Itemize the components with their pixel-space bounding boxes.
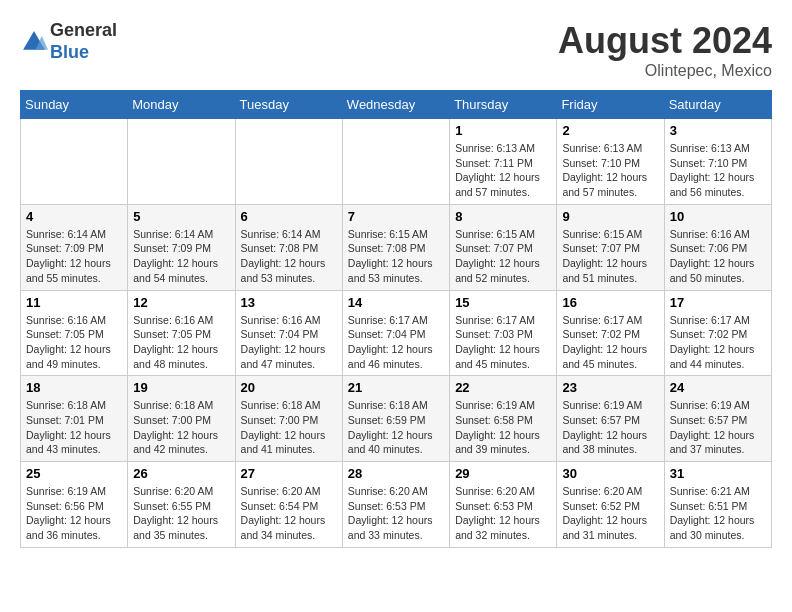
calendar-cell: 18Sunrise: 6:18 AM Sunset: 7:01 PM Dayli… bbox=[21, 376, 128, 462]
day-number: 22 bbox=[455, 380, 551, 395]
logo-general: General bbox=[50, 20, 117, 42]
calendar-cell: 14Sunrise: 6:17 AM Sunset: 7:04 PM Dayli… bbox=[342, 290, 449, 376]
calendar-week-row: 18Sunrise: 6:18 AM Sunset: 7:01 PM Dayli… bbox=[21, 376, 772, 462]
calendar-cell: 19Sunrise: 6:18 AM Sunset: 7:00 PM Dayli… bbox=[128, 376, 235, 462]
day-info: Sunrise: 6:20 AM Sunset: 6:53 PM Dayligh… bbox=[455, 484, 551, 543]
day-number: 18 bbox=[26, 380, 122, 395]
calendar-cell: 11Sunrise: 6:16 AM Sunset: 7:05 PM Dayli… bbox=[21, 290, 128, 376]
calendar-week-row: 1Sunrise: 6:13 AM Sunset: 7:11 PM Daylig… bbox=[21, 119, 772, 205]
day-number: 27 bbox=[241, 466, 337, 481]
day-info: Sunrise: 6:19 AM Sunset: 6:57 PM Dayligh… bbox=[670, 398, 766, 457]
day-number: 8 bbox=[455, 209, 551, 224]
calendar-cell: 26Sunrise: 6:20 AM Sunset: 6:55 PM Dayli… bbox=[128, 462, 235, 548]
weekday-header: Wednesday bbox=[342, 91, 449, 119]
day-info: Sunrise: 6:20 AM Sunset: 6:54 PM Dayligh… bbox=[241, 484, 337, 543]
day-info: Sunrise: 6:17 AM Sunset: 7:02 PM Dayligh… bbox=[670, 313, 766, 372]
day-number: 9 bbox=[562, 209, 658, 224]
weekday-header-row: SundayMondayTuesdayWednesdayThursdayFrid… bbox=[21, 91, 772, 119]
day-info: Sunrise: 6:19 AM Sunset: 6:56 PM Dayligh… bbox=[26, 484, 122, 543]
logo: General Blue bbox=[20, 20, 117, 63]
day-info: Sunrise: 6:13 AM Sunset: 7:11 PM Dayligh… bbox=[455, 141, 551, 200]
calendar-cell: 31Sunrise: 6:21 AM Sunset: 6:51 PM Dayli… bbox=[664, 462, 771, 548]
day-info: Sunrise: 6:16 AM Sunset: 7:05 PM Dayligh… bbox=[133, 313, 229, 372]
day-number: 24 bbox=[670, 380, 766, 395]
location: Olintepec, Mexico bbox=[558, 62, 772, 80]
calendar-cell: 27Sunrise: 6:20 AM Sunset: 6:54 PM Dayli… bbox=[235, 462, 342, 548]
day-info: Sunrise: 6:17 AM Sunset: 7:03 PM Dayligh… bbox=[455, 313, 551, 372]
day-info: Sunrise: 6:20 AM Sunset: 6:53 PM Dayligh… bbox=[348, 484, 444, 543]
day-info: Sunrise: 6:14 AM Sunset: 7:09 PM Dayligh… bbox=[133, 227, 229, 286]
calendar-cell: 8Sunrise: 6:15 AM Sunset: 7:07 PM Daylig… bbox=[450, 204, 557, 290]
day-number: 11 bbox=[26, 295, 122, 310]
calendar-cell: 29Sunrise: 6:20 AM Sunset: 6:53 PM Dayli… bbox=[450, 462, 557, 548]
calendar-cell: 20Sunrise: 6:18 AM Sunset: 7:00 PM Dayli… bbox=[235, 376, 342, 462]
logo-icon bbox=[20, 28, 48, 56]
calendar-cell: 4Sunrise: 6:14 AM Sunset: 7:09 PM Daylig… bbox=[21, 204, 128, 290]
day-info: Sunrise: 6:13 AM Sunset: 7:10 PM Dayligh… bbox=[670, 141, 766, 200]
day-info: Sunrise: 6:18 AM Sunset: 6:59 PM Dayligh… bbox=[348, 398, 444, 457]
weekday-header: Sunday bbox=[21, 91, 128, 119]
day-number: 23 bbox=[562, 380, 658, 395]
day-number: 12 bbox=[133, 295, 229, 310]
day-number: 7 bbox=[348, 209, 444, 224]
page-header: General Blue August 2024 Olintepec, Mexi… bbox=[20, 20, 772, 80]
calendar-cell: 28Sunrise: 6:20 AM Sunset: 6:53 PM Dayli… bbox=[342, 462, 449, 548]
weekday-header: Monday bbox=[128, 91, 235, 119]
weekday-header: Saturday bbox=[664, 91, 771, 119]
day-info: Sunrise: 6:20 AM Sunset: 6:52 PM Dayligh… bbox=[562, 484, 658, 543]
day-number: 3 bbox=[670, 123, 766, 138]
day-info: Sunrise: 6:13 AM Sunset: 7:10 PM Dayligh… bbox=[562, 141, 658, 200]
day-number: 2 bbox=[562, 123, 658, 138]
day-info: Sunrise: 6:14 AM Sunset: 7:09 PM Dayligh… bbox=[26, 227, 122, 286]
day-number: 14 bbox=[348, 295, 444, 310]
weekday-header: Thursday bbox=[450, 91, 557, 119]
calendar-week-row: 11Sunrise: 6:16 AM Sunset: 7:05 PM Dayli… bbox=[21, 290, 772, 376]
day-number: 13 bbox=[241, 295, 337, 310]
day-info: Sunrise: 6:16 AM Sunset: 7:04 PM Dayligh… bbox=[241, 313, 337, 372]
calendar-cell bbox=[128, 119, 235, 205]
day-info: Sunrise: 6:16 AM Sunset: 7:05 PM Dayligh… bbox=[26, 313, 122, 372]
day-number: 19 bbox=[133, 380, 229, 395]
calendar-cell: 5Sunrise: 6:14 AM Sunset: 7:09 PM Daylig… bbox=[128, 204, 235, 290]
calendar-cell: 24Sunrise: 6:19 AM Sunset: 6:57 PM Dayli… bbox=[664, 376, 771, 462]
month-year: August 2024 bbox=[558, 20, 772, 62]
calendar-cell: 12Sunrise: 6:16 AM Sunset: 7:05 PM Dayli… bbox=[128, 290, 235, 376]
calendar-cell: 17Sunrise: 6:17 AM Sunset: 7:02 PM Dayli… bbox=[664, 290, 771, 376]
weekday-header: Friday bbox=[557, 91, 664, 119]
day-number: 31 bbox=[670, 466, 766, 481]
calendar-cell: 16Sunrise: 6:17 AM Sunset: 7:02 PM Dayli… bbox=[557, 290, 664, 376]
calendar-cell: 23Sunrise: 6:19 AM Sunset: 6:57 PM Dayli… bbox=[557, 376, 664, 462]
calendar-cell: 22Sunrise: 6:19 AM Sunset: 6:58 PM Dayli… bbox=[450, 376, 557, 462]
day-info: Sunrise: 6:19 AM Sunset: 6:57 PM Dayligh… bbox=[562, 398, 658, 457]
day-info: Sunrise: 6:18 AM Sunset: 7:01 PM Dayligh… bbox=[26, 398, 122, 457]
day-number: 15 bbox=[455, 295, 551, 310]
day-number: 5 bbox=[133, 209, 229, 224]
day-number: 30 bbox=[562, 466, 658, 481]
calendar-week-row: 4Sunrise: 6:14 AM Sunset: 7:09 PM Daylig… bbox=[21, 204, 772, 290]
weekday-header: Tuesday bbox=[235, 91, 342, 119]
day-info: Sunrise: 6:17 AM Sunset: 7:04 PM Dayligh… bbox=[348, 313, 444, 372]
day-number: 21 bbox=[348, 380, 444, 395]
calendar-cell bbox=[235, 119, 342, 205]
calendar-table: SundayMondayTuesdayWednesdayThursdayFrid… bbox=[20, 90, 772, 548]
day-info: Sunrise: 6:17 AM Sunset: 7:02 PM Dayligh… bbox=[562, 313, 658, 372]
day-number: 20 bbox=[241, 380, 337, 395]
logo-blue: Blue bbox=[50, 42, 117, 64]
day-info: Sunrise: 6:19 AM Sunset: 6:58 PM Dayligh… bbox=[455, 398, 551, 457]
day-number: 26 bbox=[133, 466, 229, 481]
calendar-cell: 15Sunrise: 6:17 AM Sunset: 7:03 PM Dayli… bbox=[450, 290, 557, 376]
calendar-cell: 10Sunrise: 6:16 AM Sunset: 7:06 PM Dayli… bbox=[664, 204, 771, 290]
day-number: 28 bbox=[348, 466, 444, 481]
day-info: Sunrise: 6:15 AM Sunset: 7:07 PM Dayligh… bbox=[455, 227, 551, 286]
day-number: 6 bbox=[241, 209, 337, 224]
calendar-cell: 21Sunrise: 6:18 AM Sunset: 6:59 PM Dayli… bbox=[342, 376, 449, 462]
day-info: Sunrise: 6:14 AM Sunset: 7:08 PM Dayligh… bbox=[241, 227, 337, 286]
day-info: Sunrise: 6:18 AM Sunset: 7:00 PM Dayligh… bbox=[241, 398, 337, 457]
calendar-cell bbox=[21, 119, 128, 205]
day-number: 4 bbox=[26, 209, 122, 224]
day-number: 25 bbox=[26, 466, 122, 481]
day-info: Sunrise: 6:16 AM Sunset: 7:06 PM Dayligh… bbox=[670, 227, 766, 286]
day-info: Sunrise: 6:15 AM Sunset: 7:08 PM Dayligh… bbox=[348, 227, 444, 286]
day-info: Sunrise: 6:18 AM Sunset: 7:00 PM Dayligh… bbox=[133, 398, 229, 457]
day-number: 16 bbox=[562, 295, 658, 310]
